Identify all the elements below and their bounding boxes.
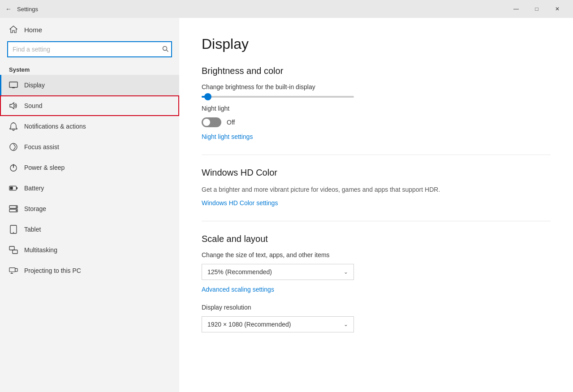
night-light-row: Night light xyxy=(202,105,551,112)
back-button[interactable]: ← xyxy=(5,5,12,13)
sidebar: Home System Display xyxy=(0,18,179,392)
sidebar-item-focus[interactable]: Focus assist xyxy=(0,137,179,157)
battery-icon xyxy=(9,184,18,193)
svg-marker-5 xyxy=(10,103,14,109)
svg-rect-20 xyxy=(9,268,15,272)
svg-rect-2 xyxy=(9,82,17,87)
sidebar-item-display[interactable]: Display xyxy=(0,75,179,95)
search-icon-button[interactable] xyxy=(162,46,168,53)
svg-point-17 xyxy=(13,232,14,233)
focus-icon xyxy=(9,142,18,151)
system-section-label: System xyxy=(0,63,179,75)
home-label: Home xyxy=(24,26,42,34)
sidebar-item-notifications[interactable]: Notifications & actions xyxy=(0,116,179,137)
night-light-state: Off xyxy=(227,119,235,126)
resolution-dropdown[interactable]: 1920 × 1080 (Recommended) ⌄ xyxy=(202,316,354,332)
resolution-label: Display resolution xyxy=(202,304,551,311)
home-icon xyxy=(9,25,18,34)
sidebar-item-sound-label: Sound xyxy=(24,102,42,109)
svg-line-1 xyxy=(167,50,168,52)
brightness-label: Change brightness for the built-in displ… xyxy=(202,83,551,90)
svg-rect-18 xyxy=(9,246,14,250)
scale-dropdown-value: 125% (Recommended) xyxy=(207,268,272,276)
svg-rect-19 xyxy=(13,250,17,254)
sidebar-item-notifications-label: Notifications & actions xyxy=(24,123,86,130)
svg-point-15 xyxy=(16,210,17,211)
sidebar-item-storage[interactable]: Storage xyxy=(0,198,179,219)
divider-1 xyxy=(202,155,551,155)
sidebar-item-tablet[interactable]: Tablet xyxy=(0,219,179,240)
scale-heading: Scale and layout xyxy=(202,234,551,244)
maximize-button[interactable]: □ xyxy=(526,2,547,16)
resolution-dropdown-value: 1920 × 1080 (Recommended) xyxy=(207,321,291,328)
sidebar-item-storage-label: Storage xyxy=(24,205,46,212)
titlebar: ← Settings — □ ✕ xyxy=(0,0,573,18)
brightness-slider[interactable] xyxy=(202,96,551,98)
toggle-thumb xyxy=(203,119,210,126)
scale-dropdown[interactable]: 125% (Recommended) ⌄ xyxy=(202,264,354,280)
display-icon xyxy=(9,81,18,90)
slider-thumb xyxy=(204,93,211,100)
content-area: Display Brightness and color Change brig… xyxy=(179,18,573,392)
svg-rect-11 xyxy=(10,187,13,190)
advanced-scaling-link[interactable]: Advanced scaling settings xyxy=(202,286,274,293)
sidebar-item-battery[interactable]: Battery xyxy=(0,178,179,198)
search-input[interactable] xyxy=(7,41,172,57)
night-light-label: Night light xyxy=(202,105,229,112)
sound-icon xyxy=(9,101,18,110)
sidebar-item-home[interactable]: Home xyxy=(0,18,179,41)
projecting-icon xyxy=(9,266,18,275)
night-light-settings-link[interactable]: Night light settings xyxy=(202,133,253,140)
hd-color-heading: Windows HD Color xyxy=(202,168,551,178)
minimize-button[interactable]: — xyxy=(506,2,526,16)
search-box xyxy=(7,41,172,57)
sidebar-item-tablet-label: Tablet xyxy=(24,226,41,233)
tablet-icon xyxy=(9,225,18,234)
slider-track xyxy=(202,96,354,98)
power-icon xyxy=(9,163,18,172)
page-title: Display xyxy=(202,36,551,52)
sidebar-item-power-label: Power & sleep xyxy=(24,164,65,171)
main-layout: Home System Display xyxy=(0,18,573,392)
notifications-icon xyxy=(9,122,18,131)
scale-size-label: Change the size of text, apps, and other… xyxy=(202,251,551,258)
multitasking-icon xyxy=(9,246,18,254)
resolution-dropdown-container: 1920 × 1080 (Recommended) ⌄ xyxy=(202,316,551,332)
sidebar-item-power[interactable]: Power & sleep xyxy=(0,157,179,178)
app-title: Settings xyxy=(17,6,506,13)
resolution-chevron-down-icon: ⌄ xyxy=(344,321,348,327)
scale-dropdown-container: 125% (Recommended) ⌄ xyxy=(202,264,551,280)
night-light-toggle[interactable] xyxy=(202,117,221,127)
sidebar-item-battery-label: Battery xyxy=(24,185,44,192)
chevron-down-icon: ⌄ xyxy=(344,269,348,275)
hd-color-description: Get a brighter and more vibrant picture … xyxy=(202,185,452,194)
sidebar-item-display-label: Display xyxy=(24,82,45,89)
sidebar-item-multitasking-label: Multitasking xyxy=(24,246,57,254)
sidebar-item-projecting[interactable]: Projecting to this PC xyxy=(0,260,179,281)
hd-color-settings-link[interactable]: Windows HD Color settings xyxy=(202,199,278,207)
sidebar-item-focus-label: Focus assist xyxy=(24,143,59,151)
window-controls: — □ ✕ xyxy=(506,2,568,16)
sidebar-item-sound[interactable]: Sound xyxy=(0,95,179,116)
close-button[interactable]: ✕ xyxy=(547,2,568,16)
divider-2 xyxy=(202,221,551,221)
storage-icon xyxy=(9,204,18,213)
sidebar-item-multitasking[interactable]: Multitasking xyxy=(0,240,179,260)
svg-rect-21 xyxy=(15,268,17,271)
svg-rect-10 xyxy=(16,187,17,190)
night-light-toggle-row: Off xyxy=(202,117,551,127)
svg-point-14 xyxy=(16,207,17,208)
brightness-heading: Brightness and color xyxy=(202,66,551,76)
sidebar-item-projecting-label: Projecting to this PC xyxy=(24,267,81,274)
